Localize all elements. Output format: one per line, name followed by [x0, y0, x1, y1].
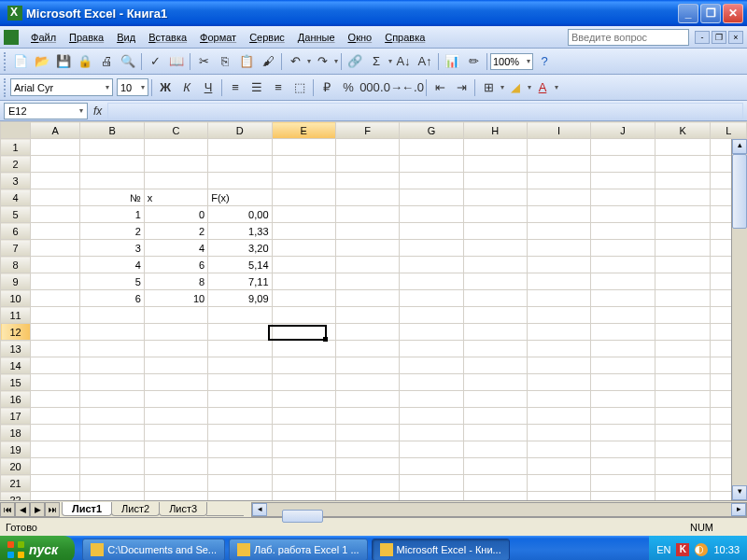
open-button[interactable]: 📂 [32, 51, 52, 72]
cell-J5[interactable] [591, 206, 655, 223]
cell-G10[interactable] [400, 290, 463, 307]
column-header-B[interactable]: B [80, 122, 144, 139]
cell-J9[interactable] [591, 273, 655, 290]
scroll-down-button[interactable]: ▾ [732, 485, 747, 500]
cell-D20[interactable] [208, 458, 272, 475]
cell-E19[interactable] [272, 441, 335, 458]
cell-I2[interactable] [527, 156, 590, 173]
cell-C16[interactable] [144, 391, 207, 408]
cell-F20[interactable] [335, 458, 399, 475]
taskbar-item[interactable]: C:\Documents and Se... [82, 539, 225, 560]
cell-J13[interactable] [591, 341, 655, 357]
cell-F22[interactable] [335, 492, 399, 501]
cell-J8[interactable] [591, 257, 655, 273]
drawing-button[interactable]: ✏ [463, 51, 484, 72]
help-button[interactable]: ? [534, 51, 555, 72]
cell-I19[interactable] [527, 441, 590, 458]
percent-button[interactable]: % [338, 77, 359, 98]
column-header-A[interactable]: A [31, 122, 80, 139]
cell-B18[interactable] [80, 425, 144, 441]
cell-E3[interactable] [272, 173, 335, 189]
row-header-11[interactable]: 11 [1, 307, 31, 324]
borders-button[interactable]: ⊞ [478, 77, 499, 98]
currency-button[interactable]: ₽ [317, 77, 337, 98]
column-header-D[interactable]: D [208, 122, 272, 139]
cell-D3[interactable] [208, 173, 272, 189]
cell-A5[interactable] [31, 206, 80, 223]
cell-E13[interactable] [272, 341, 335, 357]
cell-I7[interactable] [527, 240, 590, 257]
cell-E10[interactable] [272, 290, 335, 307]
cell-F9[interactable] [335, 273, 399, 290]
cell-I10[interactable] [527, 290, 590, 307]
zoom-combo[interactable]: 100%▾ [490, 53, 533, 70]
cell-E2[interactable] [272, 156, 335, 173]
cell-E21[interactable] [272, 475, 335, 492]
increase-indent-button[interactable]: ⇥ [451, 77, 472, 98]
row-header-12[interactable]: 12 [1, 324, 31, 341]
taskbar-item[interactable]: Microsoft Excel - Кни... [372, 539, 510, 560]
cell-D16[interactable] [208, 391, 272, 408]
cell-A19[interactable] [31, 441, 80, 458]
cell-B6[interactable]: 2 [80, 223, 144, 240]
cell-B22[interactable] [80, 492, 144, 501]
cell-F18[interactable] [335, 425, 399, 441]
cell-F14[interactable] [335, 357, 399, 374]
scroll-left-button[interactable]: ◂ [252, 503, 267, 516]
row-header-16[interactable]: 16 [1, 391, 31, 408]
cell-A1[interactable] [31, 139, 80, 156]
cell-H12[interactable] [463, 324, 527, 341]
sort-asc-button[interactable]: A↓ [393, 51, 414, 72]
cell-B9[interactable]: 5 [80, 273, 144, 290]
cell-G19[interactable] [400, 441, 463, 458]
font-color-button[interactable]: A [532, 77, 553, 98]
cell-G17[interactable] [400, 408, 463, 425]
cell-I12[interactable] [527, 324, 590, 341]
cell-D12[interactable] [208, 324, 272, 341]
cell-K9[interactable] [655, 273, 711, 290]
scroll-thumb[interactable] [732, 154, 747, 229]
cell-D11[interactable] [208, 307, 272, 324]
cell-F10[interactable] [335, 290, 399, 307]
tab-nav-last[interactable]: ⏭ [45, 502, 60, 517]
cell-K2[interactable] [655, 156, 711, 173]
cell-C10[interactable]: 10 [144, 290, 207, 307]
cell-J4[interactable] [591, 189, 655, 206]
cell-I13[interactable] [527, 341, 590, 357]
select-all-corner[interactable] [1, 122, 31, 139]
cell-D18[interactable] [208, 425, 272, 441]
column-header-I[interactable]: I [527, 122, 590, 139]
cell-E14[interactable] [272, 357, 335, 374]
cell-I11[interactable] [527, 307, 590, 324]
maximize-button[interactable]: ❐ [700, 4, 721, 23]
cell-I8[interactable] [527, 257, 590, 273]
cell-K18[interactable] [655, 425, 711, 441]
permission-button[interactable]: 🔒 [75, 51, 95, 72]
merge-center-button[interactable]: ⬚ [289, 77, 310, 98]
cell-C13[interactable] [144, 341, 207, 357]
cell-B13[interactable] [80, 341, 144, 357]
cell-E12[interactable] [272, 324, 335, 341]
borders-dropdown[interactable]: ▾ [500, 83, 504, 91]
cell-G3[interactable] [400, 173, 463, 189]
cell-G11[interactable] [400, 307, 463, 324]
menu-вставка[interactable]: Вставка [142, 30, 193, 45]
taskbar-item[interactable]: Лаб. работа Excel 1 ... [229, 539, 368, 560]
cell-C4[interactable]: x [144, 189, 207, 206]
cell-A7[interactable] [31, 240, 80, 257]
cell-J11[interactable] [591, 307, 655, 324]
cell-H8[interactable] [463, 257, 527, 273]
cell-H10[interactable] [463, 290, 527, 307]
cell-H16[interactable] [463, 391, 527, 408]
cell-K14[interactable] [655, 357, 711, 374]
cell-J22[interactable] [591, 492, 655, 501]
row-header-17[interactable]: 17 [1, 408, 31, 425]
cell-H20[interactable] [463, 458, 527, 475]
cell-B7[interactable]: 3 [80, 240, 144, 257]
cell-B8[interactable]: 4 [80, 257, 144, 273]
cell-K19[interactable] [655, 441, 711, 458]
scroll-up-button[interactable]: ▴ [732, 139, 747, 154]
cell-B3[interactable] [80, 173, 144, 189]
cell-F17[interactable] [335, 408, 399, 425]
cell-K15[interactable] [655, 374, 711, 391]
